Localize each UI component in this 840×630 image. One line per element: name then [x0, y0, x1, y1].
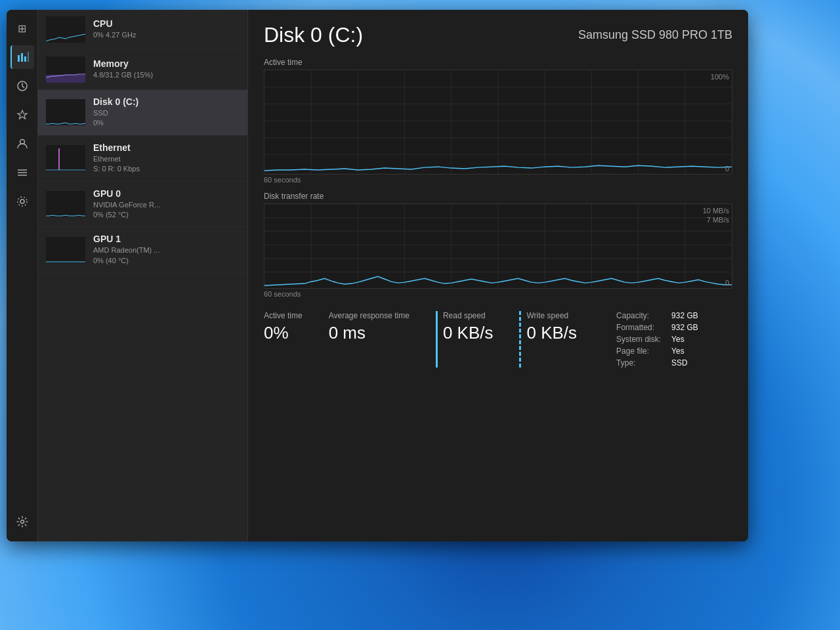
- process-item-gpu0[interactable]: GPU 0 NVIDIA GeForce R... 0% (52 °C): [38, 182, 247, 228]
- memory-name: Memory: [93, 58, 240, 69]
- process-item-gpu1[interactable]: GPU 1 AMD Radeon(TM) ... 0% (40 °C): [38, 227, 247, 273]
- formatted-value: 932 GB: [671, 323, 698, 332]
- transfer-rate-seconds: 60 seconds: [264, 290, 732, 298]
- svg-rect-0: [18, 55, 20, 62]
- cpu-name: CPU: [93, 18, 240, 29]
- cpu-thumbnail: [46, 16, 85, 43]
- avg-response-stat-value: 0 ms: [329, 323, 410, 343]
- ethernet-info: Ethernet Ethernet S: 0 R: 0 Kbps: [93, 142, 240, 175]
- disk-thumbnail: [46, 99, 85, 125]
- task-manager-window: ⊞: [7, 10, 748, 541]
- chart2-mbps-mid: 7 MB/s: [707, 216, 729, 224]
- stat-write-speed: Write speed 0 KB/s: [519, 311, 577, 368]
- ethernet-speed: S: 0 R: 0 Kbps: [93, 164, 240, 174]
- main-panel: Disk 0 (C:) Samsung SSD 980 PRO 1TB Acti…: [248, 10, 748, 541]
- chart2-zero: 0: [725, 279, 729, 287]
- process-list: CPU 0% 4.27 GHz Memory 4.8/31.2 GB (15%): [38, 10, 248, 541]
- chart1-zero: 0: [725, 165, 729, 173]
- disk-info-grid: Capacity: 932 GB Formatted: 932 GB Syste…: [616, 311, 698, 368]
- stat-read-speed: Read speed 0 KB/s: [436, 311, 494, 368]
- sidebar-item-performance[interactable]: [10, 45, 34, 69]
- active-time-stat-label: Active time: [264, 311, 303, 320]
- disk0-info: Disk 0 (C:) SSD 0%: [93, 96, 240, 129]
- memory-thumbnail: [46, 56, 85, 83]
- gpu0-name: GPU 0: [93, 188, 240, 199]
- gpu0-info: GPU 0 NVIDIA GeForce R... 0% (52 °C): [93, 188, 240, 220]
- chart1-percent-top: 100%: [711, 73, 729, 81]
- sidebar-item-startup[interactable]: [10, 103, 34, 127]
- memory-stats: 4.8/31.2 GB (15%): [93, 70, 240, 80]
- svg-point-11: [20, 520, 24, 524]
- gpu1-name: GPU 1: [93, 234, 240, 244]
- active-time-svg: [264, 70, 732, 174]
- system-disk-value: Yes: [671, 335, 698, 344]
- capacity-label: Capacity:: [616, 311, 661, 320]
- svg-point-10: [18, 197, 27, 206]
- disk0-type: SSD: [93, 108, 240, 118]
- capacity-value: 932 GB: [671, 311, 698, 320]
- page-file-value: Yes: [671, 346, 698, 356]
- settings-button[interactable]: [10, 510, 34, 534]
- process-item-ethernet[interactable]: Ethernet Ethernet S: 0 R: 0 Kbps: [38, 136, 247, 182]
- panel-device: Samsung SSD 980 PRO 1TB: [578, 28, 732, 42]
- svg-rect-3: [28, 52, 29, 62]
- chart2-mbps-top: 10 MB/s: [703, 207, 729, 215]
- sidebar-item-users[interactable]: [10, 132, 34, 156]
- gpu1-thumbnail: [46, 237, 85, 263]
- cpu-stats: 0% 4.27 GHz: [93, 30, 240, 40]
- active-time-section: Active time // Will be rendered via DOM …: [264, 58, 732, 184]
- gpu0-usage: 0% (52 °C): [93, 210, 240, 220]
- page-file-label: Page file:: [616, 346, 661, 356]
- active-time-label: Active time: [264, 58, 732, 67]
- stat-avg-response: Average response time 0 ms: [329, 311, 410, 368]
- svg-rect-1: [21, 53, 23, 62]
- svg-point-9: [20, 200, 24, 203]
- ethernet-type: Ethernet: [93, 154, 240, 164]
- svg-rect-18: [46, 191, 85, 217]
- transfer-rate-svg: [264, 204, 732, 288]
- transfer-rate-label: Disk transfer rate: [264, 192, 732, 201]
- sidebar-item-services[interactable]: [10, 190, 34, 213]
- system-disk-label: System disk:: [616, 335, 661, 344]
- write-speed-value: 0 KB/s: [526, 323, 577, 343]
- formatted-label: Formatted:: [616, 323, 661, 332]
- svg-rect-15: [46, 99, 85, 125]
- gpu1-model: AMD Radeon(TM) ...: [93, 245, 240, 255]
- read-speed-label: Read speed: [443, 311, 494, 320]
- process-item-memory[interactable]: Memory 4.8/31.2 GB (15%): [38, 50, 247, 90]
- active-time-chart: // Will be rendered via DOM manipulation…: [264, 70, 732, 175]
- svg-rect-19: [46, 237, 85, 263]
- sidebar-item-history[interactable]: [10, 74, 34, 98]
- transfer-rate-chart: 10 MB/s 7 MB/s 0: [264, 203, 732, 289]
- svg-rect-16: [46, 145, 85, 171]
- transfer-rate-section: Disk transfer rate: [264, 192, 732, 298]
- svg-rect-2: [24, 56, 26, 62]
- active-time-seconds: 60 seconds: [264, 176, 732, 184]
- sidebar-item-processes[interactable]: ⊞: [10, 16, 34, 40]
- stat-active-time: Active time 0%: [264, 311, 303, 368]
- panel-title: Disk 0 (C:): [264, 23, 363, 47]
- ethernet-name: Ethernet: [93, 142, 240, 153]
- icon-sidebar: ⊞: [7, 10, 38, 541]
- write-speed-label: Write speed: [526, 311, 577, 320]
- panel-header: Disk 0 (C:) Samsung SSD 980 PRO 1TB: [264, 23, 732, 47]
- task-manager-body: ⊞: [7, 10, 748, 541]
- type-label: Type:: [616, 358, 661, 368]
- stats-row: Active time 0% Average response time 0 m…: [264, 311, 732, 368]
- process-item-disk0[interactable]: Disk 0 (C:) SSD 0%: [38, 90, 247, 136]
- gpu0-model: NVIDIA GeForce R...: [93, 200, 240, 210]
- gpu1-info: GPU 1 AMD Radeon(TM) ... 0% (40 °C): [93, 234, 240, 266]
- avg-response-stat-label: Average response time: [329, 311, 410, 320]
- process-item-cpu[interactable]: CPU 0% 4.27 GHz: [38, 10, 247, 50]
- type-value: SSD: [671, 358, 698, 368]
- sidebar-item-details[interactable]: [10, 161, 34, 184]
- cpu-info: CPU 0% 4.27 GHz: [93, 18, 240, 40]
- ethernet-thumbnail: [46, 145, 85, 171]
- gpu0-thumbnail: [46, 191, 85, 217]
- gpu1-usage: 0% (40 °C): [93, 256, 240, 266]
- read-speed-value: 0 KB/s: [443, 323, 494, 343]
- disk0-name: Disk 0 (C:): [93, 96, 240, 107]
- disk0-usage: 0%: [93, 118, 240, 128]
- active-time-stat-value: 0%: [264, 323, 303, 343]
- memory-info: Memory 4.8/31.2 GB (15%): [93, 58, 240, 80]
